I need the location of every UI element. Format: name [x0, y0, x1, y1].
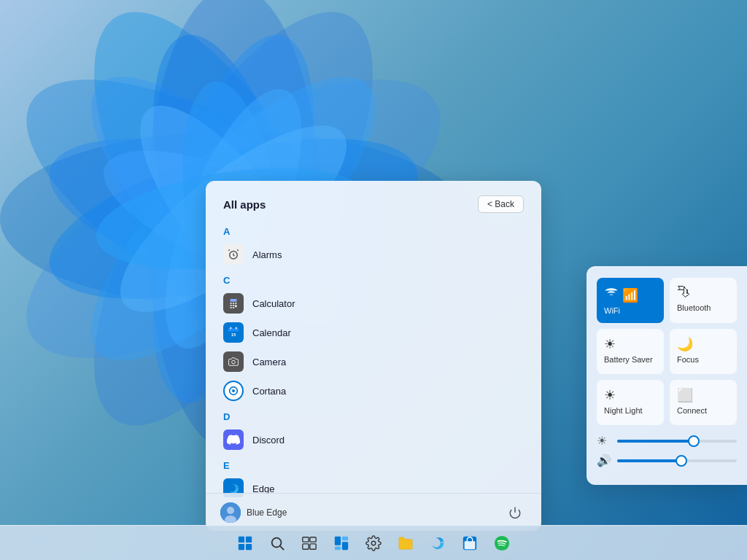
store-button[interactable] [455, 529, 484, 558]
wifi-icon: 📶 [604, 285, 638, 303]
section-a: A [217, 220, 530, 240]
svg-rect-43 [239, 536, 244, 542]
search-button[interactable] [263, 529, 292, 558]
svg-rect-44 [246, 536, 252, 542]
nightlight-icon: ☀ [604, 387, 616, 403]
qs-battery-tile[interactable]: ☀ Battery Saver [597, 329, 664, 374]
svg-point-47 [272, 537, 282, 547]
qs-bluetooth-tile[interactable]: ⮷ Bluetooth [670, 278, 737, 323]
volume-row: 🔊 [597, 454, 737, 467]
svg-rect-30 [228, 328, 239, 332]
svg-rect-24 [231, 305, 232, 306]
svg-rect-56 [342, 542, 348, 550]
brightness-fill [617, 440, 695, 443]
svg-rect-59 [465, 541, 476, 549]
svg-point-36 [232, 389, 235, 392]
section-e: E [217, 454, 530, 474]
svg-rect-32 [236, 327, 237, 330]
calculator-icon [223, 293, 244, 314]
svg-point-57 [371, 541, 376, 545]
app-camera[interactable]: Camera [217, 347, 530, 376]
qs-tiles-grid: 📶 WiFi ⮷ Bluetooth ☀ Battery Saver [597, 278, 737, 425]
svg-rect-52 [310, 543, 316, 548]
settings-button[interactable] [359, 529, 388, 558]
calculator-label: Calculator [252, 298, 295, 309]
svg-rect-50 [310, 537, 316, 541]
battery-label: Battery Saver [604, 355, 653, 365]
brightness-icon: ☀ [597, 434, 611, 448]
svg-line-48 [280, 546, 284, 550]
edge-taskbar-button[interactable] [423, 529, 452, 558]
widgets-button[interactable] [327, 529, 356, 558]
desktop: All apps < Back A Alarms C [0, 0, 747, 560]
cortana-icon [223, 381, 244, 401]
svg-rect-45 [239, 543, 244, 549]
user-avatar [220, 502, 241, 523]
discord-icon [223, 429, 244, 450]
connect-label: Connect [677, 406, 707, 416]
power-button[interactable] [503, 501, 527, 524]
qs-wifi-tile[interactable]: 📶 WiFi [597, 278, 664, 323]
app-discord[interactable]: Discord [217, 425, 530, 454]
quick-settings-panel: 📶 WiFi ⮷ Bluetooth ☀ Battery Saver [587, 266, 747, 485]
svg-rect-26 [235, 305, 236, 307]
brightness-slider[interactable] [617, 440, 737, 443]
svg-rect-54 [342, 536, 348, 540]
svg-rect-28 [233, 307, 234, 308]
explorer-button[interactable] [391, 529, 420, 558]
volume-icon: 🔊 [597, 454, 611, 467]
qs-connect-tile[interactable]: ⬜ Connect [670, 380, 737, 425]
svg-rect-46 [246, 543, 252, 549]
connect-icon: ⬜ [677, 387, 693, 403]
app-calendar[interactable]: 15 Calendar [217, 318, 530, 347]
bluetooth-label: Bluetooth [677, 303, 711, 313]
volume-fill [617, 459, 683, 462]
svg-rect-25 [233, 305, 234, 306]
svg-rect-23 [235, 303, 236, 304]
focus-icon: 🌙 [677, 336, 693, 352]
alarms-icon [223, 244, 244, 265]
start-button[interactable] [231, 529, 260, 558]
svg-rect-27 [231, 307, 232, 308]
cortana-label: Cortana [252, 386, 286, 397]
apps-list: A Alarms C [206, 220, 541, 497]
user-profile[interactable]: Blue Edge [220, 502, 287, 523]
qs-nightlight-tile[interactable]: ☀ Night Light [597, 380, 664, 425]
svg-rect-55 [335, 546, 341, 550]
all-apps-header: All apps < Back [206, 181, 541, 220]
svg-rect-49 [303, 537, 309, 541]
volume-slider[interactable] [617, 459, 737, 462]
wifi-label: WiFi [604, 306, 620, 316]
camera-icon [223, 351, 244, 372]
svg-rect-20 [231, 299, 237, 302]
svg-point-34 [232, 360, 236, 364]
back-button[interactable]: < Back [478, 195, 524, 213]
battery-icon: ☀ [604, 336, 616, 352]
svg-text:15: 15 [231, 332, 236, 337]
discord-label: Discord [252, 435, 285, 446]
app-alarms[interactable]: Alarms [217, 240, 530, 269]
svg-rect-21 [231, 303, 232, 304]
alarms-label: Alarms [252, 249, 282, 260]
camera-label: Camera [252, 357, 286, 368]
user-name: Blue Edge [247, 508, 287, 518]
calendar-icon: 15 [223, 322, 244, 343]
svg-rect-31 [231, 327, 232, 330]
taskbar [0, 525, 747, 560]
svg-rect-53 [335, 536, 341, 545]
calendar-label: Calendar [252, 327, 291, 338]
brightness-row: ☀ [597, 434, 737, 448]
taskview-button[interactable] [295, 529, 324, 558]
focus-label: Focus [677, 355, 699, 365]
app-cortana[interactable]: Cortana [217, 376, 530, 405]
spotify-button[interactable] [487, 529, 516, 558]
section-d: D [217, 405, 530, 425]
all-apps-title: All apps [223, 198, 266, 211]
svg-rect-22 [233, 303, 234, 304]
nightlight-label: Night Light [604, 406, 643, 416]
app-calculator[interactable]: Calculator [217, 289, 530, 318]
taskbar-center [231, 529, 516, 558]
svg-rect-51 [303, 543, 309, 548]
svg-point-40 [227, 507, 234, 514]
qs-focus-tile[interactable]: 🌙 Focus [670, 329, 737, 374]
